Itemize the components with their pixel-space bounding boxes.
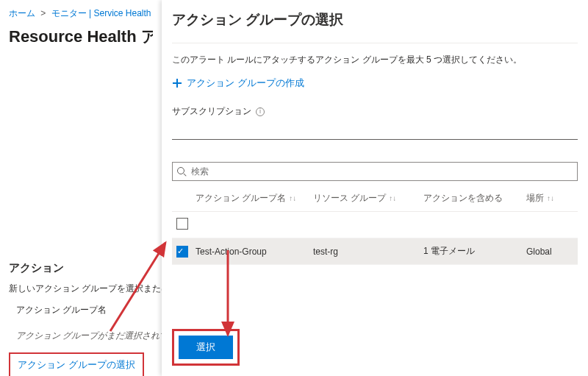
select-action-group-link[interactable]: アクション グループの選択 (9, 352, 144, 376)
col-rg[interactable]: リソース グループ↑↓ (313, 192, 423, 205)
table-row[interactable]: ✓ Test-Action-Group test-rg 1 電子メール Glob… (172, 238, 578, 265)
breadcrumb-monitor[interactable]: モニター | Service Health (51, 8, 151, 18)
section-heading-action: アクション (9, 261, 153, 275)
create-action-group-label: アクション グループの作成 (187, 77, 304, 90)
breadcrumb-home[interactable]: ホーム (9, 8, 35, 18)
sort-icon: ↑↓ (286, 194, 296, 202)
search-input[interactable] (191, 166, 573, 177)
left-pane: ホーム > モニター | Service Health > サービ Resour… (0, 0, 162, 376)
row-checkbox[interactable]: ✓ (176, 246, 188, 258)
select-all-checkbox[interactable] (176, 218, 188, 230)
search-icon (177, 167, 187, 177)
page-title: Resource Health アラート (9, 26, 153, 48)
grid-select-all-row (172, 212, 578, 238)
cell-location: Global (526, 246, 570, 257)
blade-description: このアラート ルールにアタッチするアクション グループを最大 5 つ選択してくだ… (172, 54, 578, 66)
col-name[interactable]: アクション グループ名↑↓ (196, 192, 313, 205)
field-label-ag-name: アクション グループ名 (9, 304, 153, 316)
col-include[interactable]: アクションを含める (423, 192, 526, 205)
select-action-group-blade: アクション グループの選択 このアラート ルールにアタッチするアクション グルー… (162, 0, 588, 376)
grid-header: アクション グループ名↑↓ リソース グループ↑↓ アクションを含める 場所↑↓ (172, 185, 578, 212)
info-icon[interactable]: i (256, 107, 265, 116)
blade-title: アクション グループの選択 (172, 0, 578, 43)
blade-footer: 選択 (172, 329, 240, 366)
subscription-input[interactable] (172, 121, 578, 140)
cell-include: 1 電子メール (423, 245, 526, 258)
action-group-grid: アクション グループ名↑↓ リソース グループ↑↓ アクションを含める 場所↑↓… (172, 185, 578, 265)
subscription-label: サブスクリプション i (172, 105, 578, 118)
search-wrap[interactable] (172, 162, 578, 181)
col-location[interactable]: 場所↑↓ (526, 192, 570, 205)
empty-state-message: アクション グループがまだ選択されていません (9, 330, 153, 342)
sort-icon: ↑↓ (386, 194, 396, 202)
create-action-group-link[interactable]: アクション グループの作成 (172, 77, 304, 90)
help-text: 新しいアクション グループを選択または作成す (9, 283, 153, 295)
breadcrumb: ホーム > モニター | Service Health > サービ (9, 7, 153, 20)
cell-name: Test-Action-Group (196, 246, 313, 257)
plus-icon (172, 78, 182, 88)
chevron-right-icon: > (37, 8, 49, 18)
sort-icon: ↑↓ (544, 194, 554, 202)
select-button[interactable]: 選択 (179, 336, 233, 359)
cell-rg: test-rg (313, 246, 423, 257)
